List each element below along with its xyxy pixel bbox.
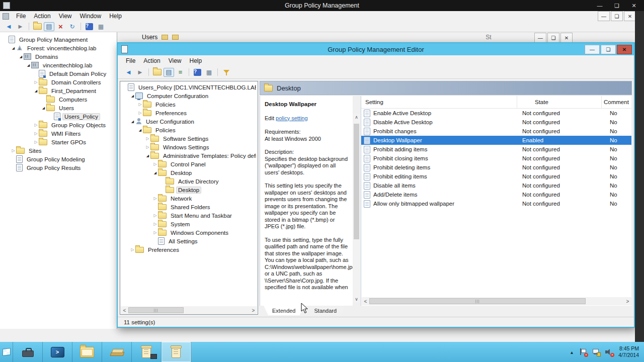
menu-item-view[interactable]: View: [55, 12, 76, 21]
table-row[interactable]: Disable all itemsNot configuredNo: [361, 181, 631, 190]
refresh-icon[interactable]: ↻: [67, 22, 77, 31]
expand-expander-icon[interactable]: ▷: [33, 140, 39, 144]
new-window-icon[interactable]: ▦: [204, 68, 214, 77]
table-row[interactable]: Allow only bitmapped wallpaperNot config…: [361, 199, 631, 208]
scroll-left-icon[interactable]: <: [362, 297, 369, 305]
start-button[interactable]: [0, 342, 13, 362]
expand-expander-icon[interactable]: ▷: [33, 123, 39, 127]
expand-expander-icon[interactable]: ▷: [11, 148, 16, 153]
gpme-tree-hscrollbar[interactable]: < ||| >: [121, 306, 257, 314]
gpme-titlebar[interactable]: Group Policy Management Editor — ❏ ✕: [118, 43, 634, 55]
taskbar-button-gp-editor-scroll[interactable]: [162, 342, 191, 362]
gpme-tree-item[interactable]: ◢Desktop: [121, 168, 256, 177]
taskbar-button-library[interactable]: [102, 342, 132, 362]
menu-item-action[interactable]: Action: [139, 56, 164, 65]
table-row[interactable]: Add/Delete itemsNot configuredNo: [361, 190, 631, 199]
gpme-tree-item[interactable]: ▷Windows Settings: [121, 143, 256, 151]
gpme-tree-item[interactable]: All Settings: [121, 237, 256, 245]
gpme-close-button[interactable]: ✕: [617, 45, 632, 54]
help-icon[interactable]: ?: [84, 22, 95, 31]
help-icon[interactable]: ?: [192, 68, 203, 77]
table-row[interactable]: Disable Active DesktopNot configuredNo: [361, 118, 631, 127]
console-tree-item[interactable]: ▷Domain Controllers: [2, 78, 116, 86]
console-tree-item[interactable]: ◢Users: [2, 104, 116, 112]
console-tree-item[interactable]: Default Domain Policy: [2, 69, 116, 78]
gpme-tree-item[interactable]: Shared Folders: [121, 203, 256, 211]
expand-expander-icon[interactable]: ▷: [152, 230, 158, 235]
table-row[interactable]: Desktop WallpaperEnabledNo: [361, 136, 631, 145]
console-tree-item[interactable]: ◢vincenttechblog.lab: [2, 61, 116, 69]
expand-expander-icon[interactable]: ▷: [152, 162, 158, 166]
tray-expand-arrow-icon[interactable]: ▴: [571, 349, 573, 355]
console-tree-item[interactable]: Computers: [2, 95, 116, 104]
scroll-left-icon[interactable]: <: [121, 306, 128, 314]
console-tree-item[interactable]: ◢First_Department: [2, 86, 116, 95]
expand-expander-icon[interactable]: ▷: [33, 131, 39, 136]
table-row[interactable]: Prohibit deleting itemsNot configuredNo: [361, 163, 631, 172]
tab-standard[interactable]: Standard: [305, 306, 345, 315]
delete-icon[interactable]: ×: [55, 22, 66, 31]
detail-vscrollbar[interactable]: ∧ ∨: [353, 114, 360, 303]
volume-muted-icon[interactable]: ×: [605, 348, 612, 355]
gpme-tree-item[interactable]: ▷Control Panel: [121, 160, 256, 168]
gpme-tree-item[interactable]: ◢User Configuration: [121, 117, 256, 126]
gpme-tree-item[interactable]: ◢Administrative Templates: Policy defini…: [121, 151, 256, 160]
funnel-filter-icon[interactable]: [221, 68, 231, 77]
up-folder-icon[interactable]: [152, 68, 163, 77]
gpme-tree-item[interactable]: ▷System: [121, 220, 256, 228]
tree-toggle-icon[interactable]: ▤: [164, 68, 174, 77]
table-row[interactable]: Prohibit adding itemsNot configuredNo: [361, 145, 631, 154]
background-restore-button[interactable]: ❏: [547, 33, 559, 43]
forward-icon[interactable]: ►: [15, 22, 26, 31]
edit-policy-setting-link[interactable]: policy setting: [276, 115, 308, 121]
tab-extended[interactable]: Extended: [264, 306, 304, 315]
up-folder-icon[interactable]: [32, 22, 43, 31]
console-tree-item[interactable]: ◢Forest: vincenttechblog.lab: [2, 44, 116, 52]
back-icon[interactable]: ◄: [123, 68, 134, 77]
scrollbar-thumb[interactable]: |||: [369, 298, 586, 304]
gpme-maximize-button[interactable]: ❏: [601, 45, 616, 54]
taskbar-clock[interactable]: 8:45 PM 4/7/2014: [618, 345, 639, 358]
gpme-tree-item[interactable]: ◢Computer Configuration: [121, 92, 256, 100]
expand-expander-icon[interactable]: ▷: [137, 102, 143, 107]
gpme-tree-item[interactable]: Desktop: [121, 186, 256, 194]
scroll-right-icon[interactable]: >: [624, 297, 631, 305]
expand-expander-icon[interactable]: ▷: [152, 196, 158, 201]
console-tree-item[interactable]: Group Policy Management: [2, 35, 116, 44]
console-tree-item[interactable]: ▷WMI Filters: [2, 129, 116, 138]
table-row[interactable]: Prohibit closing itemsNot configuredNo: [361, 154, 631, 163]
column-header-comment[interactable]: Comment: [602, 96, 631, 108]
console-close-button[interactable]: ✕: [626, 1, 642, 11]
table-row[interactable]: Prohibit changesNot configuredNo: [361, 127, 631, 136]
background-close-button[interactable]: ✕: [560, 33, 573, 43]
console-tree-item[interactable]: ◢Domains: [2, 52, 116, 61]
table-row[interactable]: Prohibit editing itemsNot configuredNo: [361, 172, 631, 181]
console-tree-item[interactable]: ▷Sites: [2, 146, 116, 155]
gpme-tree-item[interactable]: ▷Software Settings: [121, 134, 256, 143]
gpme-tree-item[interactable]: ◢Policies: [121, 126, 256, 134]
expand-expander-icon[interactable]: ▷: [33, 80, 39, 84]
console-tree-item[interactable]: Group Policy Results: [2, 163, 116, 172]
scroll-up-icon[interactable]: ∧: [353, 114, 360, 121]
menu-item-action[interactable]: Action: [30, 12, 54, 21]
expand-expander-icon[interactable]: ▷: [152, 222, 158, 226]
gpme-tree-item[interactable]: Users_Policy [DC1.VINCENTTECHBLOG.LAB] P…: [121, 83, 256, 92]
collapse-expander-icon[interactable]: ◢: [11, 46, 16, 50]
notification-flag-icon[interactable]: ×: [579, 348, 586, 355]
scroll-right-icon[interactable]: >: [250, 306, 257, 314]
menu-item-file[interactable]: File: [122, 56, 139, 65]
gpme-tree-item[interactable]: Active Directory: [121, 177, 256, 186]
menu-item-window[interactable]: Window: [76, 12, 106, 21]
export-list-icon[interactable]: ≡: [175, 68, 186, 77]
gpme-tree-item[interactable]: ▷Preferences: [121, 109, 256, 117]
expand-expander-icon[interactable]: ▷: [145, 145, 150, 149]
console-tree-item[interactable]: ▷Starter GPOs: [2, 138, 116, 146]
back-icon[interactable]: ◄: [4, 22, 14, 31]
network-status-icon[interactable]: [592, 348, 599, 355]
console-tree-item[interactable]: ▷Group Policy Objects: [2, 121, 116, 129]
taskbar-button-server-manager[interactable]: [13, 342, 43, 362]
collapse-expander-icon[interactable]: ◢: [152, 171, 158, 175]
taskbar-button-gpmc-scroll[interactable]: [132, 342, 162, 362]
collapse-expander-icon[interactable]: ◢: [18, 55, 24, 59]
menu-item-view[interactable]: View: [165, 56, 186, 65]
